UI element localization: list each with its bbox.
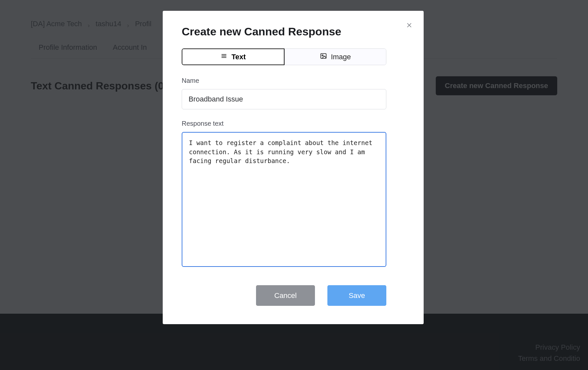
- segment-image-label: Image: [331, 53, 351, 61]
- svg-rect-5: [321, 53, 326, 58]
- list-icon: [220, 52, 228, 62]
- close-icon[interactable]: [405, 21, 414, 30]
- create-canned-response-modal: Create new Canned Response Text Image: [163, 11, 424, 324]
- cancel-button[interactable]: Cancel: [256, 285, 315, 306]
- image-icon: [320, 52, 327, 62]
- svg-point-6: [322, 55, 323, 56]
- modal-title: Create new Canned Response: [182, 25, 405, 38]
- segment-image[interactable]: Image: [285, 48, 387, 65]
- save-button[interactable]: Save: [327, 285, 386, 306]
- response-text-textarea[interactable]: [182, 132, 386, 267]
- response-text-label: Response text: [182, 120, 405, 127]
- name-input[interactable]: [182, 89, 386, 109]
- name-label: Name: [182, 77, 405, 84]
- segment-text-label: Text: [231, 53, 246, 61]
- segment-text[interactable]: Text: [182, 48, 285, 65]
- response-type-segmented: Text Image: [182, 48, 386, 65]
